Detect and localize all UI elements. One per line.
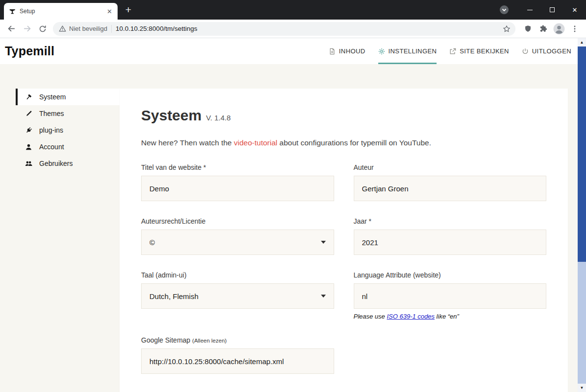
sidebar-item-systeem[interactable]: Systeem: [16, 89, 120, 105]
sidebar-item-label: Gebruikers: [39, 160, 73, 167]
sidebar-item-gebruikers[interactable]: Gebruikers: [16, 155, 120, 172]
admin-language-select[interactable]: Dutch, Flemish: [141, 283, 334, 309]
new-tab-button[interactable]: +: [122, 3, 135, 17]
page-title: Systeem: [141, 107, 201, 123]
maximize-button[interactable]: [541, 0, 563, 20]
sitemap-label-text: Google Sitemap: [141, 336, 190, 344]
typemill-favicon-icon: [9, 8, 16, 15]
copyright-value: ©: [149, 238, 155, 247]
security-chip[interactable]: Niet beveiligd: [59, 25, 107, 32]
field-admin-language: Taal (admin-ui) Dutch, Flemish: [141, 271, 334, 320]
window-controls: ✕: [497, 0, 586, 20]
iso-codes-link[interactable]: ISO 639-1 codes: [387, 313, 435, 320]
author-input[interactable]: [354, 176, 547, 201]
field-sitemap: Google Sitemap (Alleen lezen): [141, 336, 334, 374]
page-scrollbar[interactable]: ▲ ▼: [578, 38, 586, 392]
copyright-select[interactable]: ©: [141, 230, 334, 255]
chevron-down-icon: [321, 295, 326, 298]
language-attribute-note: Please use ISO 639-1 codes like “en”: [354, 313, 547, 320]
language-attribute-input[interactable]: [354, 283, 547, 309]
back-icon[interactable]: [4, 22, 19, 36]
nav-label: INHOUD: [339, 47, 366, 55]
extension-shield-icon[interactable]: [520, 22, 535, 36]
bookmark-star-icon[interactable]: [503, 25, 511, 33]
tab-title: Setup: [20, 8, 101, 15]
site-title-input[interactable]: [141, 176, 334, 201]
scroll-up-arrow[interactable]: ▲: [578, 38, 586, 46]
main-nav: INHOUD INSTELLINGEN SITE BEKIJKEN UITLOG…: [329, 38, 571, 64]
browser-titlebar: Setup ✕ + ✕: [0, 0, 586, 20]
field-site-title: Titel van de website *: [141, 163, 334, 201]
language-attribute-label: Language Attribute (website): [354, 271, 547, 279]
nav-item-uitloggen[interactable]: UITLOGGEN: [522, 38, 571, 64]
nav-label: INSTELLINGEN: [389, 47, 437, 55]
nav-item-inhoud[interactable]: INHOUD: [329, 38, 366, 64]
nav-item-instellingen[interactable]: INSTELLINGEN: [378, 38, 437, 64]
year-label: Jaar *: [354, 217, 547, 225]
intro-after: about configurations for typemill on You…: [277, 138, 431, 147]
user-icon: [24, 143, 32, 151]
site-header: Typemill INHOUD INSTELLINGEN SITE BEKIJK…: [0, 38, 586, 64]
reload-icon[interactable]: [35, 22, 50, 36]
media-controls-icon[interactable]: [497, 2, 512, 17]
users-icon: [24, 160, 32, 167]
hammer-icon: [24, 93, 32, 101]
settings-sidebar: Systeem Themes plug-ins Account Gebruike…: [16, 89, 120, 172]
form-row-2: Auteursrecht/Licentie © Jaar *: [141, 217, 546, 255]
gear-icon: [378, 48, 385, 55]
plug-icon: [24, 127, 32, 134]
intro-text: New here? Then watch the video-tutorial …: [141, 138, 546, 147]
settings-page: Systeem Themes plug-ins Account Gebruike…: [0, 64, 586, 392]
warning-icon: [59, 25, 66, 32]
document-icon: [329, 48, 336, 55]
sitemap-label-note: (Alleen lezen): [192, 338, 226, 344]
admin-language-value: Dutch, Flemish: [149, 292, 198, 300]
power-icon: [522, 48, 529, 55]
version-label: V. 1.4.8: [206, 114, 230, 122]
nav-item-site-bekijken[interactable]: SITE BEKIJKEN: [449, 38, 509, 64]
nav-label: SITE BEKIJKEN: [460, 47, 509, 55]
browser-toolbar: Niet beveiligd 10.0.10.25:8000/tm/settin…: [0, 20, 586, 38]
form-row-4: Google Sitemap (Alleen lezen): [141, 336, 546, 374]
settings-card: SysteemV. 1.4.8 New here? Then watch the…: [120, 89, 568, 392]
brush-icon: [24, 110, 32, 117]
sidebar-item-label: Account: [39, 143, 64, 151]
omnibox-divider: [111, 25, 112, 33]
chevron-down-icon: [321, 241, 326, 244]
page-title-row: SysteemV. 1.4.8: [141, 107, 546, 124]
sidebar-item-label: Themes: [39, 110, 64, 117]
tab-close-icon[interactable]: ✕: [105, 7, 114, 16]
close-button[interactable]: ✕: [563, 0, 586, 20]
year-input[interactable]: [354, 230, 547, 255]
profile-avatar[interactable]: [552, 22, 566, 36]
address-bar[interactable]: Niet beveiligd 10.0.10.25:8000/tm/settin…: [53, 22, 515, 36]
note-before: Please use: [354, 313, 387, 320]
external-link-icon: [449, 48, 456, 55]
extensions-puzzle-icon[interactable]: [536, 22, 551, 36]
sidebar-item-label: plug-ins: [39, 126, 63, 134]
typemill-logo[interactable]: Typemill: [5, 44, 54, 58]
author-label: Auteur: [354, 163, 547, 171]
forward-icon[interactable]: [20, 22, 34, 36]
minimize-button[interactable]: [518, 0, 541, 20]
sidebar-item-label: Systeem: [39, 93, 66, 101]
sidebar-item-themes[interactable]: Themes: [16, 105, 120, 122]
browser-tab[interactable]: Setup ✕: [4, 3, 118, 20]
field-language-attribute: Language Attribute (website) Please use …: [354, 271, 547, 320]
note-after: like “en”: [435, 313, 459, 320]
admin-language-label: Taal (admin-ui): [141, 271, 334, 279]
url-text[interactable]: 10.0.10.25:8000/tm/settings: [116, 25, 499, 32]
field-author: Auteur: [354, 163, 547, 201]
sidebar-item-account[interactable]: Account: [16, 138, 120, 155]
menu-kebab-icon[interactable]: [567, 22, 582, 36]
scroll-down-arrow[interactable]: ▼: [578, 384, 586, 392]
copyright-label: Auteursrecht/Licentie: [141, 217, 334, 225]
intro-before: New here? Then watch the: [141, 138, 234, 147]
video-tutorial-link[interactable]: video-tutorial: [234, 138, 277, 147]
form-row-1: Titel van de website * Auteur: [141, 163, 546, 201]
scrollbar-thumb[interactable]: [578, 46, 586, 262]
sidebar-item-plugins[interactable]: plug-ins: [16, 122, 120, 138]
sitemap-input[interactable]: [141, 348, 334, 374]
field-year: Jaar *: [354, 217, 547, 255]
nav-label: UITLOGGEN: [532, 47, 571, 55]
